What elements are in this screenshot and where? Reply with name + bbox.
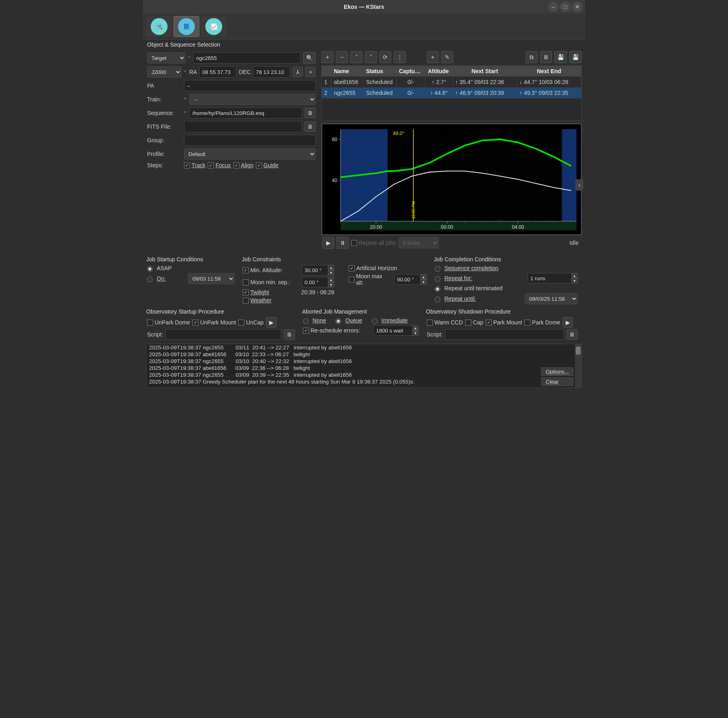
chart-next-button[interactable]: › — [575, 179, 583, 191]
spin-up[interactable]: ▲ — [412, 325, 419, 330]
spin-down[interactable]: ▼ — [571, 278, 578, 283]
tab-scheduler[interactable]: 📘 — [174, 16, 199, 37]
shutdown-script-browse[interactable]: 🗎 — [566, 329, 578, 340]
epoch-select[interactable]: J2000 — [147, 66, 182, 78]
repeat-for-radio[interactable] — [435, 276, 440, 282]
log-clear-button[interactable]: Clear — [541, 377, 573, 386]
altitude-chart[interactable]: 408020:0000:0004:0049.0°10:05 PM › — [321, 123, 582, 235]
job-save-button[interactable]: 💾 — [554, 51, 567, 63]
ra-input[interactable] — [199, 66, 236, 78]
repeat-until-datetime[interactable]: 09/03/25 11:58 — [525, 293, 578, 304]
spin-up[interactable]: ▲ — [328, 277, 334, 282]
job-up-button[interactable]: ˄ — [350, 51, 362, 63]
startup-on-radio[interactable] — [147, 277, 153, 282]
column-status[interactable]: Status — [364, 66, 397, 76]
job-frame-button[interactable]: ⌖ — [427, 51, 439, 63]
pause-button[interactable]: ⏸ — [337, 237, 349, 249]
column-next-end[interactable]: Next End — [517, 66, 581, 76]
job-saveas-button[interactable]: 💾 — [569, 51, 582, 63]
target-name-input[interactable] — [193, 52, 301, 64]
aborted-none-radio[interactable] — [303, 318, 309, 324]
repeat-until-term-radio[interactable] — [435, 286, 440, 292]
park-mount-checkbox[interactable]: ✓Park Mount — [486, 319, 522, 326]
maximize-button[interactable]: □ — [560, 2, 571, 12]
job-copy-button[interactable]: ⧉ — [526, 51, 538, 63]
repeat-until-radio[interactable] — [435, 297, 440, 302]
twilight-checkbox[interactable]: ✓Twilight — [243, 289, 269, 295]
cap-checkbox[interactable]: Cap — [465, 319, 483, 326]
unpark-mount-checkbox[interactable]: ✓UnPark Mount — [192, 319, 236, 326]
moon-sep-input[interactable] — [302, 277, 328, 287]
shutdown-run-button[interactable]: ▶ — [562, 317, 573, 328]
startup-script-input[interactable] — [166, 329, 281, 340]
spin-down[interactable]: ▼ — [412, 330, 419, 336]
column-captures[interactable]: Captures — [397, 66, 425, 76]
spin-down[interactable]: ▼ — [420, 279, 427, 285]
table-row[interactable]: 2 ngc2655 Scheduled 0/- ↑ 44.6° ↑ 46.9° … — [322, 88, 581, 98]
tab-analyze[interactable]: 📈 — [201, 16, 227, 37]
reschedule-checkbox[interactable]: ✓Re-schedule errors: — [303, 327, 360, 334]
log-scrollbar[interactable] — [575, 344, 581, 388]
goto-button[interactable]: ⅄ — [292, 67, 303, 77]
minimize-button[interactable]: – — [548, 2, 558, 12]
spin-up[interactable]: ▲ — [420, 274, 427, 279]
search-target-button[interactable]: 🔍 — [303, 52, 316, 64]
table-row[interactable]: 1 abell1656 Scheduled 0/- ↑ 2.7° ↑ 35.4°… — [322, 77, 581, 88]
column-next-start[interactable]: Next Start — [453, 66, 517, 76]
startup-asap-radio[interactable] — [147, 266, 153, 272]
train-select[interactable]: -- — [189, 94, 316, 105]
min-alt-checkbox[interactable]: ✓Min. Altitude: — [243, 267, 282, 273]
step-focus-checkbox[interactable]: ✓Focus — [208, 162, 231, 168]
weather-checkbox[interactable]: Weather — [243, 297, 272, 304]
repeat-count-input[interactable]: 0 times — [399, 237, 439, 248]
job-export-button[interactable]: 🗎 — [540, 51, 552, 63]
sequence-input[interactable] — [189, 107, 302, 119]
shutdown-script-input[interactable] — [445, 329, 564, 340]
park-dome-checkbox[interactable]: Park Dome — [524, 319, 560, 326]
job-menu-button[interactable]: ⋮ — [394, 51, 406, 63]
startup-run-button[interactable]: ▶ — [266, 317, 276, 328]
seq-completion-radio[interactable] — [435, 266, 440, 272]
aborted-immediate-radio[interactable] — [372, 318, 378, 324]
spin-up[interactable]: ▲ — [328, 265, 334, 270]
repeat-all-checkbox[interactable]: Repeat all jobs — [351, 240, 396, 246]
dec-input[interactable] — [253, 66, 290, 78]
job-edit-button[interactable]: ✎ — [441, 51, 453, 63]
step-track-checkbox[interactable]: ✓Track — [184, 162, 205, 168]
moon-sep-checkbox[interactable]: Moon min. sep.: — [243, 279, 290, 285]
startup-script-browse[interactable]: 🗎 — [284, 329, 295, 340]
spin-up[interactable]: ▲ — [571, 273, 578, 278]
unpark-dome-checkbox[interactable]: UnPark Dome — [147, 319, 190, 326]
moon-max-checkbox[interactable]: Moon max alt: — [349, 273, 389, 286]
step-guide-checkbox[interactable]: ✓Guide — [256, 162, 278, 168]
pa-input[interactable] — [184, 80, 316, 91]
close-button[interactable]: ✕ — [572, 2, 583, 12]
log-options-button[interactable]: Options... — [541, 367, 573, 376]
column-name[interactable]: Name — [331, 66, 364, 76]
play-button[interactable]: ▶ — [322, 237, 334, 249]
fits-input[interactable] — [184, 121, 302, 132]
startup-on-datetime[interactable]: 09/03 11:58 — [188, 273, 235, 284]
warm-ccd-checkbox[interactable]: Warm CCD — [427, 319, 463, 326]
reschedule-wait-input[interactable] — [373, 325, 413, 336]
repeat-for-input[interactable] — [528, 273, 572, 283]
column-altitude[interactable]: Altitude — [425, 66, 453, 76]
target-type-select[interactable]: Target — [147, 52, 186, 64]
uncap-checkbox[interactable]: UnCap — [238, 319, 264, 326]
job-down-button[interactable]: ˅ — [365, 51, 377, 63]
step-align-checkbox[interactable]: ✓Align — [233, 162, 254, 168]
fits-browse-button[interactable]: 🗎 — [305, 121, 316, 132]
min-alt-input[interactable] — [302, 265, 328, 275]
horizon-checkbox[interactable]: ✓Artificial Horizon — [349, 265, 397, 271]
group-input[interactable] — [184, 135, 316, 146]
job-refresh-button[interactable]: ⟳ — [379, 51, 391, 63]
aborted-queue-radio[interactable] — [335, 318, 341, 324]
job-add-button[interactable]: + — [321, 51, 333, 63]
profile-select[interactable]: Default — [184, 148, 316, 160]
sequence-browse-button[interactable]: 🗎 — [305, 108, 316, 118]
job-remove-button[interactable]: − — [336, 51, 348, 63]
spin-down[interactable]: ▼ — [328, 270, 334, 275]
spin-down[interactable]: ▼ — [328, 282, 334, 287]
moon-max-input[interactable] — [394, 274, 421, 285]
tab-tools[interactable]: 🛠️ — [146, 16, 172, 37]
